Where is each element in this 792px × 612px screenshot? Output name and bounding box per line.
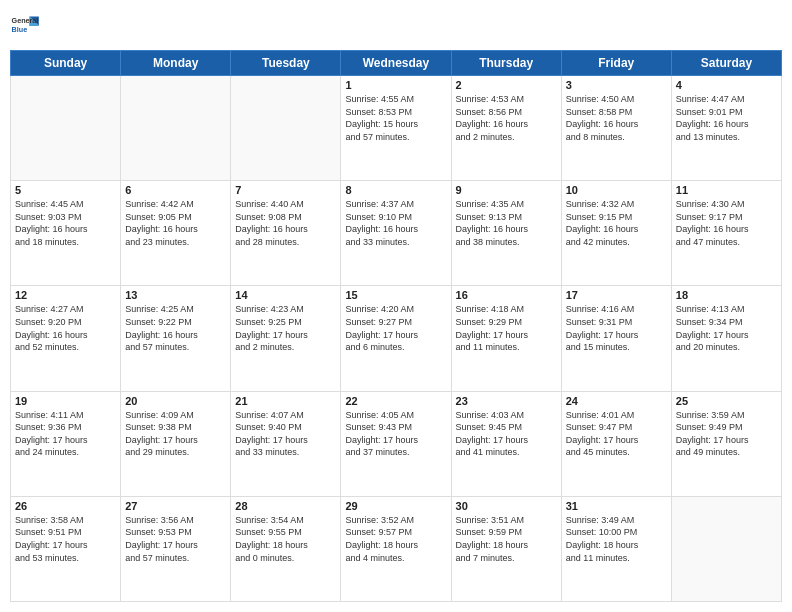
weekday-header-cell: Thursday: [451, 51, 561, 76]
calendar-cell: 16Sunrise: 4:18 AM Sunset: 9:29 PM Dayli…: [451, 286, 561, 391]
day-number: 15: [345, 289, 446, 301]
calendar-cell: 21Sunrise: 4:07 AM Sunset: 9:40 PM Dayli…: [231, 391, 341, 496]
day-info: Sunrise: 4:40 AM Sunset: 9:08 PM Dayligh…: [235, 198, 336, 248]
calendar-cell: 22Sunrise: 4:05 AM Sunset: 9:43 PM Dayli…: [341, 391, 451, 496]
day-info: Sunrise: 4:53 AM Sunset: 8:56 PM Dayligh…: [456, 93, 557, 143]
day-number: 24: [566, 395, 667, 407]
day-info: Sunrise: 4:05 AM Sunset: 9:43 PM Dayligh…: [345, 409, 446, 459]
calendar-cell: 2Sunrise: 4:53 AM Sunset: 8:56 PM Daylig…: [451, 76, 561, 181]
day-info: Sunrise: 4:50 AM Sunset: 8:58 PM Dayligh…: [566, 93, 667, 143]
weekday-header-cell: Saturday: [671, 51, 781, 76]
logo-icon: General Blue: [10, 10, 42, 42]
calendar-cell: 11Sunrise: 4:30 AM Sunset: 9:17 PM Dayli…: [671, 181, 781, 286]
calendar-cell: [231, 76, 341, 181]
day-info: Sunrise: 4:30 AM Sunset: 9:17 PM Dayligh…: [676, 198, 777, 248]
day-number: 23: [456, 395, 557, 407]
day-info: Sunrise: 4:18 AM Sunset: 9:29 PM Dayligh…: [456, 303, 557, 353]
day-info: Sunrise: 4:25 AM Sunset: 9:22 PM Dayligh…: [125, 303, 226, 353]
day-number: 31: [566, 500, 667, 512]
weekday-header-cell: Friday: [561, 51, 671, 76]
calendar-cell: 30Sunrise: 3:51 AM Sunset: 9:59 PM Dayli…: [451, 496, 561, 601]
day-info: Sunrise: 3:59 AM Sunset: 9:49 PM Dayligh…: [676, 409, 777, 459]
weekday-header-cell: Wednesday: [341, 51, 451, 76]
day-number: 4: [676, 79, 777, 91]
calendar-cell: 24Sunrise: 4:01 AM Sunset: 9:47 PM Dayli…: [561, 391, 671, 496]
logo: General Blue: [10, 10, 42, 42]
calendar-cell: 13Sunrise: 4:25 AM Sunset: 9:22 PM Dayli…: [121, 286, 231, 391]
day-number: 8: [345, 184, 446, 196]
calendar-week-row: 19Sunrise: 4:11 AM Sunset: 9:36 PM Dayli…: [11, 391, 782, 496]
day-number: 14: [235, 289, 336, 301]
calendar-cell: 25Sunrise: 3:59 AM Sunset: 9:49 PM Dayli…: [671, 391, 781, 496]
day-info: Sunrise: 3:58 AM Sunset: 9:51 PM Dayligh…: [15, 514, 116, 564]
calendar-cell: 1Sunrise: 4:55 AM Sunset: 8:53 PM Daylig…: [341, 76, 451, 181]
header: General Blue: [10, 10, 782, 42]
calendar-cell: 10Sunrise: 4:32 AM Sunset: 9:15 PM Dayli…: [561, 181, 671, 286]
day-number: 9: [456, 184, 557, 196]
calendar-cell: 18Sunrise: 4:13 AM Sunset: 9:34 PM Dayli…: [671, 286, 781, 391]
calendar-cell: 23Sunrise: 4:03 AM Sunset: 9:45 PM Dayli…: [451, 391, 561, 496]
day-number: 29: [345, 500, 446, 512]
calendar-cell: 5Sunrise: 4:45 AM Sunset: 9:03 PM Daylig…: [11, 181, 121, 286]
calendar-cell: 26Sunrise: 3:58 AM Sunset: 9:51 PM Dayli…: [11, 496, 121, 601]
svg-text:Blue: Blue: [12, 25, 28, 34]
day-info: Sunrise: 4:03 AM Sunset: 9:45 PM Dayligh…: [456, 409, 557, 459]
calendar-cell: 20Sunrise: 4:09 AM Sunset: 9:38 PM Dayli…: [121, 391, 231, 496]
day-number: 7: [235, 184, 336, 196]
calendar-week-row: 12Sunrise: 4:27 AM Sunset: 9:20 PM Dayli…: [11, 286, 782, 391]
day-info: Sunrise: 4:13 AM Sunset: 9:34 PM Dayligh…: [676, 303, 777, 353]
day-info: Sunrise: 3:49 AM Sunset: 10:00 PM Daylig…: [566, 514, 667, 564]
day-info: Sunrise: 4:20 AM Sunset: 9:27 PM Dayligh…: [345, 303, 446, 353]
calendar-week-row: 5Sunrise: 4:45 AM Sunset: 9:03 PM Daylig…: [11, 181, 782, 286]
day-info: Sunrise: 4:37 AM Sunset: 9:10 PM Dayligh…: [345, 198, 446, 248]
day-number: 2: [456, 79, 557, 91]
calendar-week-row: 26Sunrise: 3:58 AM Sunset: 9:51 PM Dayli…: [11, 496, 782, 601]
calendar-cell: 6Sunrise: 4:42 AM Sunset: 9:05 PM Daylig…: [121, 181, 231, 286]
day-info: Sunrise: 4:16 AM Sunset: 9:31 PM Dayligh…: [566, 303, 667, 353]
calendar-cell: [121, 76, 231, 181]
day-number: 5: [15, 184, 116, 196]
day-number: 22: [345, 395, 446, 407]
calendar-cell: 29Sunrise: 3:52 AM Sunset: 9:57 PM Dayli…: [341, 496, 451, 601]
day-number: 19: [15, 395, 116, 407]
day-info: Sunrise: 4:45 AM Sunset: 9:03 PM Dayligh…: [15, 198, 116, 248]
day-number: 21: [235, 395, 336, 407]
day-number: 10: [566, 184, 667, 196]
day-info: Sunrise: 4:47 AM Sunset: 9:01 PM Dayligh…: [676, 93, 777, 143]
weekday-header-cell: Sunday: [11, 51, 121, 76]
day-number: 30: [456, 500, 557, 512]
day-number: 27: [125, 500, 226, 512]
calendar-cell: [11, 76, 121, 181]
calendar-cell: [671, 496, 781, 601]
day-number: 11: [676, 184, 777, 196]
day-number: 18: [676, 289, 777, 301]
calendar-cell: 3Sunrise: 4:50 AM Sunset: 8:58 PM Daylig…: [561, 76, 671, 181]
weekday-header-cell: Monday: [121, 51, 231, 76]
day-info: Sunrise: 4:23 AM Sunset: 9:25 PM Dayligh…: [235, 303, 336, 353]
day-number: 12: [15, 289, 116, 301]
calendar-cell: 31Sunrise: 3:49 AM Sunset: 10:00 PM Dayl…: [561, 496, 671, 601]
day-info: Sunrise: 3:54 AM Sunset: 9:55 PM Dayligh…: [235, 514, 336, 564]
day-info: Sunrise: 4:32 AM Sunset: 9:15 PM Dayligh…: [566, 198, 667, 248]
day-number: 25: [676, 395, 777, 407]
day-number: 13: [125, 289, 226, 301]
day-number: 1: [345, 79, 446, 91]
calendar-cell: 7Sunrise: 4:40 AM Sunset: 9:08 PM Daylig…: [231, 181, 341, 286]
day-number: 26: [15, 500, 116, 512]
day-info: Sunrise: 4:07 AM Sunset: 9:40 PM Dayligh…: [235, 409, 336, 459]
calendar-week-row: 1Sunrise: 4:55 AM Sunset: 8:53 PM Daylig…: [11, 76, 782, 181]
calendar-cell: 28Sunrise: 3:54 AM Sunset: 9:55 PM Dayli…: [231, 496, 341, 601]
day-number: 17: [566, 289, 667, 301]
day-number: 3: [566, 79, 667, 91]
day-number: 6: [125, 184, 226, 196]
calendar-cell: 14Sunrise: 4:23 AM Sunset: 9:25 PM Dayli…: [231, 286, 341, 391]
calendar-cell: 12Sunrise: 4:27 AM Sunset: 9:20 PM Dayli…: [11, 286, 121, 391]
day-info: Sunrise: 3:52 AM Sunset: 9:57 PM Dayligh…: [345, 514, 446, 564]
svg-text:General: General: [12, 16, 39, 25]
calendar-cell: 15Sunrise: 4:20 AM Sunset: 9:27 PM Dayli…: [341, 286, 451, 391]
weekday-header-cell: Tuesday: [231, 51, 341, 76]
day-number: 16: [456, 289, 557, 301]
calendar-page: General Blue SundayMondayTuesdayWednesda…: [0, 0, 792, 612]
calendar-table: SundayMondayTuesdayWednesdayThursdayFrid…: [10, 50, 782, 602]
day-info: Sunrise: 4:11 AM Sunset: 9:36 PM Dayligh…: [15, 409, 116, 459]
